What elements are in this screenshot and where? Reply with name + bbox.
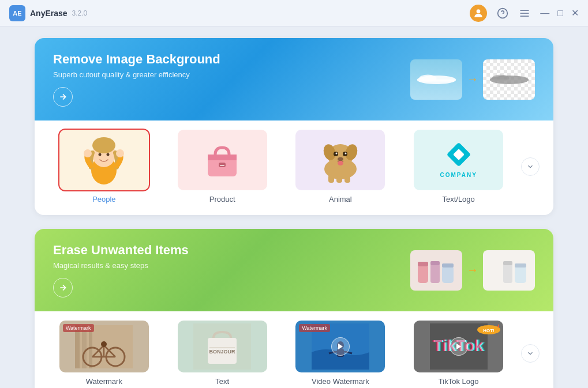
erase-tiktok[interactable]: HOT! TikTok TikTok TikTok [403, 321, 514, 386]
svg-rect-45 [515, 263, 526, 268]
erase-section: Erase Unwanted Items Magical results & e… [35, 229, 553, 388]
watermark-badge: Watermark [63, 324, 94, 332]
erase-video-watermark-label: Video Watermark [312, 377, 369, 386]
erase-arrow-button[interactable] [53, 278, 73, 297]
erase-watermark-label: Watermark [86, 377, 122, 386]
svg-rect-35 [344, 175, 350, 183]
svg-point-17 [84, 149, 92, 157]
close-button[interactable]: ✕ [571, 7, 579, 18]
window-controls: — □ ✕ [540, 7, 579, 18]
main-content: Remove Image Background Superb cutout qu… [0, 27, 588, 388]
erase-video-watermark[interactable]: Watermark [285, 321, 396, 386]
remove-banner: Remove Image Background Superb cutout qu… [35, 38, 553, 120]
svg-rect-37 [418, 262, 428, 266]
title-bar: AE AnyErase 3.2.0 — [0, 0, 588, 27]
erase-categories: Watermark [35, 311, 553, 388]
erase-image-before [410, 250, 462, 291]
svg-marker-71 [456, 344, 461, 350]
svg-rect-36 [418, 265, 428, 283]
svg-rect-41 [442, 263, 454, 268]
image-before [410, 59, 462, 100]
app-name: AnyErase [30, 9, 68, 18]
maximize-button[interactable]: □ [557, 8, 563, 18]
erase-tiktok-thumb[interactable]: HOT! TikTok TikTok TikTok [414, 321, 503, 372]
app-logo: AE [9, 5, 25, 21]
remove-banner-title: Remove Image Background [53, 52, 220, 67]
erase-tiktok-label: TikTok Logo [439, 377, 479, 386]
erase-banner-image: → [410, 250, 535, 291]
remove-banner-image: → [410, 59, 535, 100]
svg-point-56 [101, 341, 107, 347]
erase-watermark[interactable]: Watermark [48, 321, 160, 386]
category-product[interactable]: Product [167, 130, 278, 204]
category-people-label: People [92, 195, 115, 204]
remove-background-section: Remove Image Background Superb cutout qu… [35, 38, 553, 215]
svg-rect-43 [503, 261, 512, 265]
erase-text[interactable]: BONJOUR Text [167, 321, 278, 386]
svg-point-15 [99, 153, 102, 156]
svg-rect-40 [442, 266, 454, 283]
category-people[interactable]: People [48, 130, 160, 204]
category-textlogo-label: Text/Logo [442, 195, 474, 204]
svg-rect-38 [430, 263, 440, 283]
remove-arrow-button[interactable] [53, 87, 73, 107]
svg-rect-34 [336, 176, 342, 183]
erase-banner: Erase Unwanted Items Magical results & e… [35, 229, 553, 311]
svg-marker-64 [338, 344, 343, 350]
hot-badge: HOT! [477, 323, 501, 337]
svg-point-30 [344, 152, 346, 154]
title-bar-left: AE AnyErase 3.2.0 [9, 5, 87, 21]
remove-categories: People Product [35, 120, 553, 215]
erase-categories-chevron[interactable] [521, 344, 540, 363]
minimize-button[interactable]: — [540, 8, 549, 18]
svg-point-31 [338, 157, 343, 161]
remove-categories-chevron[interactable] [521, 157, 540, 176]
erase-image-after [483, 250, 535, 291]
category-product-label: Product [209, 195, 235, 204]
erase-watermark-thumb[interactable]: Watermark [59, 321, 149, 372]
svg-rect-42 [503, 263, 512, 283]
category-animal-label: Animal [329, 195, 352, 204]
category-animal[interactable]: Animal [285, 130, 396, 204]
tiktok-play-icon[interactable] [450, 337, 468, 356]
erase-text-thumb[interactable]: BONJOUR [178, 321, 267, 372]
category-textlogo[interactable]: COMPANY Text/Logo [403, 130, 514, 204]
svg-point-32 [338, 161, 343, 165]
category-animal-thumb[interactable] [295, 130, 385, 190]
svg-rect-39 [430, 261, 440, 265]
menu-icon[interactable] [518, 7, 531, 20]
svg-point-18 [116, 149, 124, 157]
app-version: 3.2.0 [72, 9, 88, 17]
svg-rect-44 [515, 266, 526, 283]
category-textlogo-thumb[interactable]: COMPANY [414, 130, 503, 190]
erase-banner-title: Erase Unwanted Items [53, 243, 189, 258]
erase-banner-text: Erase Unwanted Items Magical results & e… [53, 243, 189, 297]
svg-rect-22 [220, 165, 224, 166]
svg-point-0 [477, 9, 481, 13]
remove-banner-text: Remove Image Background Superb cutout qu… [53, 52, 220, 107]
erase-video-watermark-thumb[interactable]: Watermark [295, 321, 385, 372]
user-avatar-icon[interactable] [470, 5, 487, 22]
category-product-thumb[interactable] [178, 130, 267, 190]
svg-point-14 [92, 137, 115, 153]
svg-text:BONJOUR: BONJOUR [209, 349, 236, 355]
svg-point-16 [107, 153, 110, 156]
help-icon[interactable] [496, 7, 509, 20]
video-watermark-badge: Watermark [299, 324, 330, 332]
svg-rect-33 [328, 175, 334, 183]
remove-banner-subtitle: Superb cutout quality & greater efficien… [53, 70, 220, 79]
svg-text:HOT!: HOT! [483, 328, 495, 333]
image-after [483, 59, 535, 100]
svg-point-29 [335, 152, 337, 154]
svg-rect-20 [208, 155, 237, 160]
erase-banner-subtitle: Magical results & easy steps [53, 261, 189, 270]
erase-arrow-icon: → [467, 263, 478, 277]
svg-rect-11 [492, 79, 526, 81]
arrow-transition-icon: → [467, 73, 478, 86]
erase-text-label: Text [215, 377, 229, 386]
category-people-thumb[interactable] [59, 130, 149, 190]
title-bar-right: — □ ✕ [470, 5, 579, 22]
video-play-icon[interactable] [331, 337, 350, 356]
